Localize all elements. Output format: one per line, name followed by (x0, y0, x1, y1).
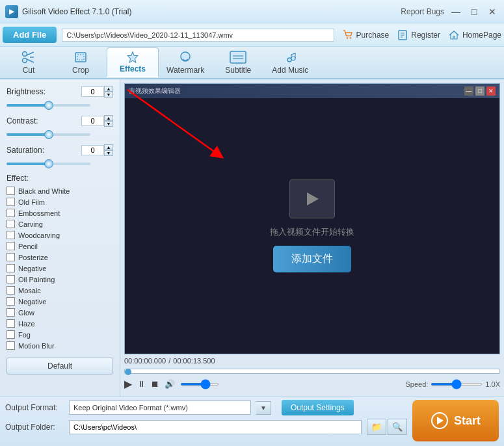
effect-checkbox-motion-blur[interactable] (7, 341, 15, 350)
tab-effects[interactable]: Effects (107, 47, 159, 77)
volume-button[interactable]: 🔊 (165, 379, 175, 389)
contrast-slider[interactable] (7, 133, 90, 136)
report-bugs-link[interactable]: Report Bugs (401, 7, 444, 16)
effect-item-carving[interactable]: Carving (7, 220, 113, 228)
effect-item-posterize[interactable]: Posterize (7, 253, 113, 261)
effect-item-negative2[interactable]: Negative (7, 297, 113, 306)
effect-item-motion-blur[interactable]: Motion Blur (7, 341, 113, 350)
saturation-up-btn[interactable]: ▲ (104, 144, 113, 150)
brightness-slider[interactable] (7, 104, 90, 107)
search-folder-button[interactable]: 🔍 (388, 419, 407, 435)
effect-item-glow[interactable]: Glow (7, 308, 113, 317)
brightness-up-btn[interactable]: ▲ (104, 86, 113, 92)
effect-checkbox-pencil[interactable] (7, 242, 15, 250)
title-bar-left: ▶ Gilisoft Video Effect 7.1.0 (Trial) (5, 5, 132, 18)
effect-checkbox-fog[interactable] (7, 330, 15, 339)
tab-add-music[interactable]: Add Music (264, 47, 316, 77)
stop-button[interactable]: ⏹ (151, 379, 159, 389)
effect-item-fog[interactable]: Fog (7, 330, 113, 339)
output-folder-input[interactable] (69, 420, 362, 434)
effect-checkbox-carving[interactable] (7, 220, 15, 228)
effect-checkbox-old-film[interactable] (7, 198, 15, 206)
contrast-value-input[interactable] (81, 116, 104, 126)
default-button[interactable]: Default (7, 358, 113, 374)
video-min-btn[interactable]: — (464, 86, 473, 96)
effect-checkbox-woodcarving[interactable] (7, 231, 15, 239)
effect-item-old-film[interactable]: Old Film (7, 198, 113, 206)
effect-item-woodcarving[interactable]: Woodcarving (7, 231, 113, 239)
svg-line-8 (27, 52, 34, 55)
effect-checkbox-negative2[interactable] (7, 297, 15, 306)
effect-checkbox-oil-painting[interactable] (7, 275, 15, 283)
effect-checkbox-embossment[interactable] (7, 209, 15, 217)
saturation-value-input[interactable] (81, 145, 104, 155)
effect-checkbox-black-white[interactable] (7, 187, 15, 195)
video-progress-bar[interactable] (124, 369, 500, 374)
purchase-action[interactable]: Purchase (342, 29, 390, 41)
contrast-down-btn[interactable]: ▼ (104, 121, 113, 127)
progress-handle[interactable] (125, 369, 131, 375)
contrast-up-btn[interactable]: ▲ (104, 115, 113, 121)
time-display-row: 00:00:00.000 / 00:00:13.500 (124, 357, 500, 367)
video-wrapper: 吉视频效果编辑器 — □ ✕ (124, 83, 500, 393)
video-right-panel: 吉视频效果编辑器 — □ ✕ (120, 79, 504, 397)
brightness-down-btn[interactable]: ▼ (104, 92, 113, 98)
volume-slider[interactable] (180, 383, 219, 386)
tab-subtitle[interactable]: Subtitle (212, 47, 264, 77)
speed-control-area: Speed: 1.0X (405, 380, 500, 388)
effect-label-pencil: Pencil (18, 243, 38, 250)
pause-button[interactable]: ⏸ (137, 379, 146, 389)
close-button[interactable]: ✕ (486, 7, 499, 17)
open-folder-button[interactable]: 📁 (367, 419, 386, 435)
video-empty-content: 拖入视频文件开始转换 添加文件 (125, 98, 499, 354)
maximize-button[interactable]: □ (468, 7, 481, 17)
svg-rect-11 (75, 53, 86, 62)
effect-item-haze[interactable]: Haze (7, 319, 113, 328)
tab-crop[interactable]: Crop (55, 47, 107, 77)
brightness-value-input[interactable] (81, 86, 104, 97)
effect-item-oil-painting[interactable]: Oil Painting (7, 275, 113, 283)
tab-watermark[interactable]: Watermark (159, 47, 212, 77)
effect-checkbox-glow[interactable] (7, 308, 15, 317)
effect-item-mosaic[interactable]: Mosaic (7, 286, 113, 295)
add-file-video-button[interactable]: 添加文件 (273, 246, 351, 272)
svg-point-14 (181, 52, 190, 61)
brightness-row: Brightness: ▲ ▼ (7, 86, 113, 109)
saturation-slider[interactable] (7, 163, 90, 165)
play-button[interactable]: ▶ (124, 378, 132, 390)
effect-checkbox-negative[interactable] (7, 264, 15, 272)
effect-item-embossment[interactable]: Embossment (7, 209, 113, 217)
add-file-button[interactable]: Add File (3, 27, 57, 43)
output-format-input[interactable] (69, 400, 251, 415)
minimize-button[interactable]: — (449, 7, 462, 17)
brightness-label: Brightness: (7, 87, 46, 96)
crop-icon (73, 50, 88, 64)
output-format-label: Output Format: (5, 403, 64, 412)
output-settings-button[interactable]: Output Settings (282, 400, 354, 415)
start-button[interactable]: Start (412, 400, 499, 441)
contrast-row: Contrast: ▲ ▼ (7, 115, 113, 138)
brightness-label-row: Brightness: ▲ ▼ (7, 86, 113, 98)
app-title: Gilisoft Video Effect 7.1.0 (Trial) (22, 7, 132, 16)
saturation-down-btn[interactable]: ▼ (104, 150, 113, 156)
saturation-row: Saturation: ▲ ▼ (7, 144, 113, 167)
effect-item-pencil[interactable]: Pencil (7, 242, 113, 250)
effect-item-black-white[interactable]: Black and White (7, 187, 113, 195)
effect-checkbox-mosaic[interactable] (7, 286, 15, 295)
register-action[interactable]: Register (397, 29, 440, 41)
speed-slider[interactable] (431, 383, 483, 386)
effect-item-negative[interactable]: Negative (7, 264, 113, 272)
video-inner-window-controls: — □ ✕ (464, 86, 496, 96)
top-toolbar: Add File C:\Users\pc\Videos\Video_2020-1… (0, 23, 504, 47)
effect-label-carving: Carving (18, 220, 43, 228)
bottom-fields: Output Format: ▼ Output Settings Output … (5, 400, 407, 443)
svg-rect-15 (230, 51, 246, 63)
effect-checkbox-haze[interactable] (7, 319, 15, 328)
tab-cut[interactable]: Cut (3, 47, 55, 77)
video-max-btn[interactable]: □ (475, 86, 484, 96)
effect-checkbox-posterize[interactable] (7, 253, 15, 261)
output-format-dropdown-btn[interactable]: ▼ (256, 401, 271, 415)
video-hint-text: 拖入视频文件开始转换 (270, 227, 354, 237)
homepage-action[interactable]: HomePage (448, 29, 501, 41)
video-close-btn[interactable]: ✕ (486, 86, 496, 96)
